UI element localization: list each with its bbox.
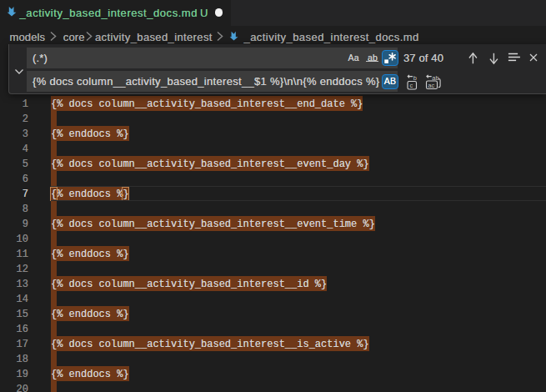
svg-text:c: c xyxy=(409,82,413,89)
svg-text:ab: ab xyxy=(432,74,438,82)
svg-text:ac: ac xyxy=(428,82,434,89)
svg-text:b: b xyxy=(413,74,416,82)
